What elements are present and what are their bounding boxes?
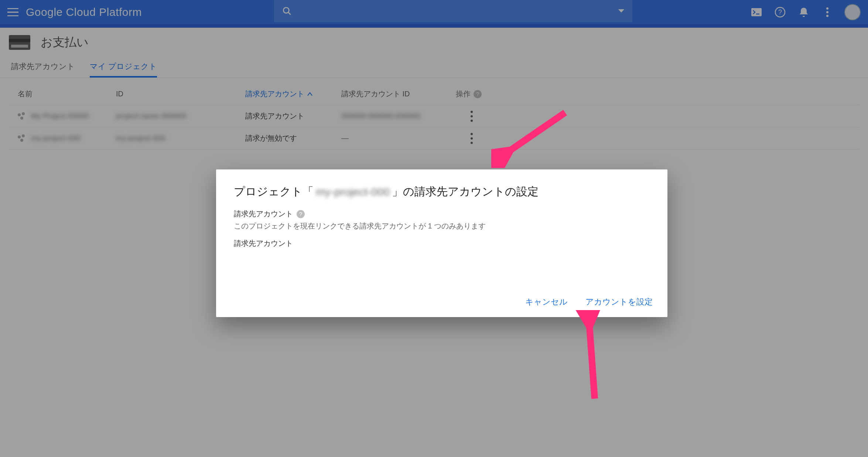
billing-account-modal: プロジェクト「 my-project-000 」の請求先アカウントの設定 請求先… <box>216 169 667 317</box>
modal-field-label: 請求先アカウント <box>234 209 293 219</box>
set-account-button[interactable]: アカウントを設定 <box>585 296 653 307</box>
modal-project-name: my-project-000 <box>314 186 392 198</box>
modal-help-text: このプロジェクトを現在リンクできる請求先アカウントが 1 つのみあります <box>234 221 650 231</box>
modal-title-suffix: 」の請求先アカウントの設定 <box>392 184 539 199</box>
modal-title-prefix: プロジェクト「 <box>234 184 314 199</box>
cancel-button[interactable]: キャンセル <box>525 296 568 307</box>
help-icon[interactable]: ? <box>297 210 305 218</box>
modal-title: プロジェクト「 my-project-000 」の請求先アカウントの設定 <box>234 184 650 199</box>
modal-actions: キャンセル アカウントを設定 <box>525 296 653 307</box>
modal-selected-account[interactable]: 請求先アカウント <box>234 238 650 248</box>
modal-field-label-row: 請求先アカウント ? <box>234 209 650 219</box>
